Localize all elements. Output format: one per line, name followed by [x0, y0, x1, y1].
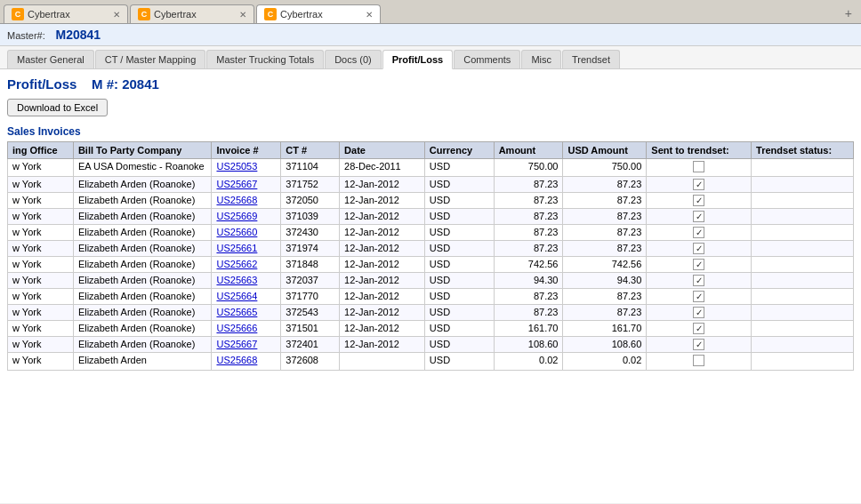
cell-invoice[interactable]: US25668: [212, 193, 281, 209]
cell-amount: 87.23: [494, 241, 563, 257]
cell-sent-trendset[interactable]: ✓: [647, 289, 752, 305]
sent-checkbox[interactable]: ✓: [693, 339, 704, 350]
tab-close-button[interactable]: ✕: [366, 10, 373, 20]
cell-currency: USD: [424, 209, 494, 225]
col-header-ct: CT #: [281, 142, 340, 159]
sent-checkbox[interactable]: ✓: [693, 211, 704, 222]
cell-invoice[interactable]: US25668: [212, 353, 281, 371]
cell-amount: 0.02: [494, 353, 563, 371]
invoice-link[interactable]: US25668: [216, 195, 257, 205]
invoice-link[interactable]: US25660: [216, 227, 257, 237]
download-excel-button[interactable]: Download to Excel: [7, 99, 108, 116]
nav-tab-master-general[interactable]: Master General: [7, 50, 94, 68]
invoice-link[interactable]: US25665: [216, 307, 257, 317]
sent-checkbox[interactable]: ✓: [693, 179, 704, 190]
sent-checkbox[interactable]: ✓: [693, 243, 704, 254]
cell-invoice[interactable]: US25667: [212, 177, 281, 193]
nav-tab-master-trucking-totals[interactable]: Master Trucking Totals: [206, 50, 324, 68]
nav-tab-misc[interactable]: Misc: [521, 50, 561, 68]
cell-sent-trendset[interactable]: [647, 353, 752, 371]
cell-usd-amount: 87.23: [563, 225, 647, 241]
nav-tab-profit-loss[interactable]: Profit/Loss: [382, 50, 453, 69]
cell-usd-amount: 161.70: [563, 321, 647, 337]
sent-checkbox[interactable]: ✓: [693, 195, 704, 206]
sent-checkbox[interactable]: ✓: [693, 227, 704, 238]
cell-invoice[interactable]: US25669: [212, 209, 281, 225]
tab-close-button[interactable]: ✕: [113, 10, 120, 20]
cell-invoice[interactable]: US25053: [212, 159, 281, 177]
cell-date: 12-Jan-2012: [340, 177, 425, 193]
invoice-link[interactable]: US25053: [216, 161, 257, 172]
cell-usd-amount: 87.23: [563, 209, 647, 225]
cell-date: 12-Jan-2012: [340, 305, 425, 321]
invoice-link[interactable]: US25661: [216, 243, 257, 253]
cell-invoice[interactable]: US25667: [212, 337, 281, 353]
cell-amount: 750.00: [494, 159, 563, 177]
tab-close-button[interactable]: ✕: [239, 10, 246, 20]
cell-trendset-status: [752, 159, 854, 177]
cell-sent-trendset[interactable]: ✓: [647, 305, 752, 321]
cell-sent-trendset[interactable]: ✓: [647, 177, 752, 193]
cell-date: [340, 353, 425, 371]
cell-invoice[interactable]: US25661: [212, 241, 281, 257]
col-header-currency: Currency: [424, 142, 494, 159]
cell-ct: 372037: [281, 273, 340, 289]
cell-sent-trendset[interactable]: ✓: [647, 193, 752, 209]
cell-sent-trendset[interactable]: ✓: [647, 241, 752, 257]
nav-tab-ct-master-mapping[interactable]: CT / Master Mapping: [95, 50, 206, 68]
cell-invoice[interactable]: US25664: [212, 289, 281, 305]
cell-sent-trendset[interactable]: ✓: [647, 225, 752, 241]
nav-tab-docs[interactable]: Docs (0): [325, 50, 382, 68]
cell-amount: 161.70: [494, 321, 563, 337]
invoice-link[interactable]: US25666: [216, 323, 257, 333]
nav-tab-trendset[interactable]: Trendset: [562, 50, 620, 68]
invoice-link[interactable]: US25667: [216, 179, 257, 189]
cell-company: Elizabeth Arden (Roanoke): [73, 241, 212, 257]
cell-invoice[interactable]: US25666: [212, 321, 281, 337]
invoice-link[interactable]: US25668: [216, 355, 257, 365]
invoice-link[interactable]: US25667: [216, 339, 257, 349]
browser-tab-tab2[interactable]: C Cybertrax ✕: [130, 4, 254, 23]
sent-checkbox[interactable]: ✓: [693, 307, 704, 318]
cell-amount: 94.30: [494, 273, 563, 289]
invoice-link[interactable]: US25662: [216, 259, 257, 269]
sent-checkbox[interactable]: ✓: [693, 323, 704, 334]
cell-sent-trendset[interactable]: [647, 159, 752, 177]
cell-amount: 87.23: [494, 225, 563, 241]
browser-tab-tab1[interactable]: C Cybertrax ✕: [4, 4, 128, 23]
cell-office: w York: [8, 257, 74, 273]
table-row: w York Elizabeth Arden (Roanoke) US25661…: [8, 241, 854, 257]
cell-ct: 371501: [281, 321, 340, 337]
cell-sent-trendset[interactable]: ✓: [647, 209, 752, 225]
sent-checkbox[interactable]: ✓: [693, 259, 704, 270]
cell-sent-trendset[interactable]: ✓: [647, 321, 752, 337]
page-content: Profit/Loss M #: 20841 Download to Excel…: [0, 69, 861, 502]
nav-tab-comments[interactable]: Comments: [454, 50, 520, 68]
sent-checkbox[interactable]: ✓: [693, 275, 704, 286]
cell-sent-trendset[interactable]: ✓: [647, 257, 752, 273]
cell-currency: USD: [424, 353, 494, 371]
sent-checkbox[interactable]: [693, 161, 704, 172]
cell-invoice[interactable]: US25662: [212, 257, 281, 273]
invoice-link[interactable]: US25664: [216, 291, 257, 301]
invoice-link[interactable]: US25663: [216, 275, 257, 285]
cell-ct: 371770: [281, 289, 340, 305]
browser-chrome: C Cybertrax ✕ C Cybertrax ✕ C Cybertrax …: [0, 0, 861, 24]
cell-amount: 87.23: [494, 193, 563, 209]
sent-checkbox[interactable]: [693, 355, 704, 366]
new-tab-button[interactable]: +: [840, 4, 857, 23]
cell-sent-trendset[interactable]: ✓: [647, 273, 752, 289]
cell-invoice[interactable]: US25663: [212, 273, 281, 289]
sent-checkbox[interactable]: ✓: [693, 291, 704, 302]
cell-trendset-status: [752, 353, 854, 371]
table-row: w York Elizabeth Arden (Roanoke) US25660…: [8, 225, 854, 241]
cell-sent-trendset[interactable]: ✓: [647, 337, 752, 353]
cell-invoice[interactable]: US25665: [212, 305, 281, 321]
invoice-link[interactable]: US25669: [216, 211, 257, 221]
cell-amount: 87.23: [494, 305, 563, 321]
cell-amount: 87.23: [494, 209, 563, 225]
cell-invoice[interactable]: US25660: [212, 225, 281, 241]
cell-date: 12-Jan-2012: [340, 273, 425, 289]
browser-tab-tab3[interactable]: C Cybertrax ✕: [256, 4, 381, 23]
table-row: w York Elizabeth Arden (Roanoke) US25665…: [8, 305, 854, 321]
